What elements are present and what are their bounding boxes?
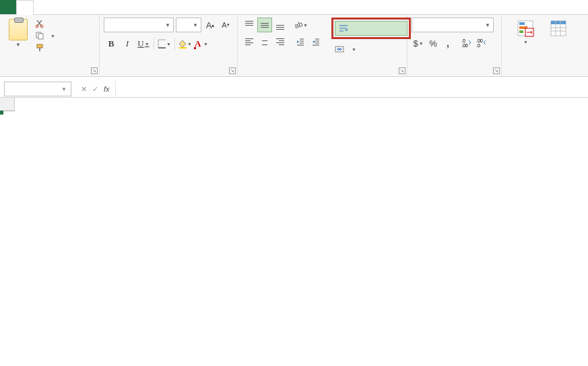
- group-styles-label: [506, 73, 584, 76]
- copy-button[interactable]: ▼: [35, 31, 55, 40]
- group-alignment: ab▼: [238, 15, 407, 76]
- tab-foxit[interactable]: [131, 0, 147, 14]
- svg-text:.0: .0: [461, 38, 465, 43]
- wrap-text-icon: [339, 24, 348, 33]
- tab-review[interactable]: [98, 0, 115, 14]
- format-painter-button[interactable]: [35, 43, 55, 53]
- wrap-text-highlight: [331, 18, 411, 39]
- decrease-indent-button[interactable]: [293, 34, 308, 49]
- svg-rect-6: [158, 40, 166, 48]
- conditional-formatting-icon: [516, 19, 535, 38]
- tab-file[interactable]: [0, 0, 16, 14]
- cut-icon: [35, 19, 44, 28]
- formula-bar: ▼ ✕ ✓ fx: [0, 81, 588, 98]
- increase-font-button[interactable]: A▴: [203, 18, 217, 32]
- group-number: ▼ $▼ % , .0.00 .00.0 ↘: [407, 15, 502, 76]
- paste-dropdown[interactable]: ▼: [15, 42, 21, 48]
- svg-rect-35: [551, 21, 566, 24]
- align-left-button[interactable]: [242, 34, 257, 49]
- tab-formulas[interactable]: [66, 0, 82, 14]
- group-number-label: [412, 73, 497, 76]
- group-styles: ▼: [502, 15, 588, 76]
- svg-text:.00: .00: [461, 43, 468, 48]
- ribbon: ▼ ▼ ↘: [0, 15, 588, 77]
- enter-formula-button[interactable]: ✓: [92, 85, 98, 94]
- cancel-formula-button[interactable]: ✕: [81, 85, 87, 94]
- copy-dropdown[interactable]: ▼: [51, 34, 55, 38]
- conditional-formatting-button[interactable]: ▼: [506, 18, 545, 45]
- font-size-combo[interactable]: ▼: [176, 18, 201, 32]
- spreadsheet-grid: [0, 98, 588, 111]
- format-painter-icon: [35, 43, 44, 53]
- tab-home[interactable]: [16, 0, 34, 15]
- wrap-text-button[interactable]: [335, 21, 407, 36]
- comma-format-button[interactable]: ,: [441, 36, 455, 50]
- paste-icon: [9, 19, 28, 40]
- align-top-button[interactable]: [242, 18, 257, 32]
- increase-indent-button[interactable]: [308, 34, 323, 49]
- ribbon-tabs: [0, 0, 588, 15]
- tab-view[interactable]: [115, 0, 131, 14]
- column-headers: [0, 98, 588, 111]
- cut-button[interactable]: [35, 19, 55, 28]
- group-clipboard-label: [4, 73, 95, 76]
- cond-format-label2: ▼: [523, 38, 528, 45]
- borders-button[interactable]: ▼: [157, 36, 172, 51]
- group-alignment-label: [242, 73, 403, 76]
- font-color-button[interactable]: A▼: [194, 36, 209, 51]
- svg-rect-8: [179, 47, 187, 49]
- format-as-table-button[interactable]: [545, 18, 572, 38]
- select-all-corner[interactable]: [0, 98, 15, 111]
- paste-button[interactable]: ▼: [4, 18, 32, 48]
- bold-button[interactable]: B: [104, 36, 119, 51]
- underline-button[interactable]: U▼: [136, 36, 151, 51]
- svg-text:ab: ab: [293, 20, 302, 30]
- align-middle-button[interactable]: [257, 18, 272, 32]
- group-clipboard: ▼ ▼ ↘: [0, 15, 100, 76]
- insert-function-button[interactable]: fx: [104, 85, 110, 93]
- svg-rect-9: [194, 47, 196, 49]
- decrease-decimal-button[interactable]: .00.0: [475, 36, 488, 50]
- percent-format-button[interactable]: %: [426, 36, 440, 50]
- merge-icon: [335, 44, 344, 54]
- align-bottom-button[interactable]: [273, 18, 288, 32]
- fill-color-button[interactable]: ▼: [178, 36, 193, 51]
- selection-box: [0, 111, 3, 114]
- name-box[interactable]: ▼: [4, 82, 71, 96]
- merge-dropdown[interactable]: ▼: [352, 47, 356, 52]
- clipboard-dialog-launcher[interactable]: ↘: [91, 67, 98, 74]
- orientation-button[interactable]: ab▼: [293, 18, 308, 32]
- svg-rect-3: [38, 34, 43, 39]
- accounting-format-button[interactable]: $▼: [412, 36, 425, 50]
- decrease-font-button[interactable]: A▾: [219, 18, 232, 32]
- italic-button[interactable]: I: [120, 36, 135, 51]
- alignment-dialog-launcher[interactable]: ↘: [399, 67, 405, 74]
- increase-decimal-button[interactable]: .0.00: [460, 36, 473, 50]
- svg-rect-5: [39, 48, 40, 51]
- merge-center-button[interactable]: ▼: [331, 42, 411, 57]
- copy-icon: [35, 31, 44, 40]
- svg-rect-29: [519, 30, 523, 33]
- tab-data[interactable]: [82, 0, 98, 14]
- svg-rect-27: [519, 22, 525, 25]
- svg-text:.00: .00: [476, 38, 483, 43]
- align-right-button[interactable]: [273, 34, 288, 49]
- svg-rect-4: [37, 44, 42, 48]
- number-dialog-launcher[interactable]: ↘: [493, 67, 500, 74]
- tab-pagelayout[interactable]: [50, 0, 66, 14]
- tab-insert[interactable]: [34, 0, 50, 14]
- font-dialog-launcher[interactable]: ↘: [229, 67, 236, 74]
- group-font-label: [104, 73, 233, 76]
- group-font: ▼ ▼ A▴ A▾ B I U▼ ▼ ▼ A▼ ↘: [100, 15, 238, 76]
- formula-input[interactable]: [115, 81, 588, 97]
- align-center-button[interactable]: [257, 34, 272, 49]
- font-name-combo[interactable]: ▼: [104, 18, 174, 32]
- format-table-icon: [549, 19, 568, 38]
- svg-text:.0: .0: [476, 43, 480, 48]
- number-format-combo[interactable]: ▼: [412, 18, 494, 32]
